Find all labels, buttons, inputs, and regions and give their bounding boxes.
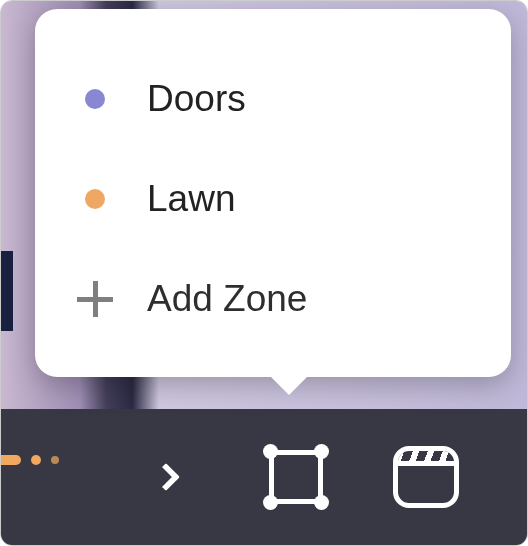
timeline-dots	[1, 455, 59, 465]
zone-color-dot-icon	[85, 89, 105, 109]
plus-icon	[77, 281, 113, 317]
chevron-right-icon	[152, 463, 180, 491]
zone-box-icon	[263, 444, 329, 510]
zones-popover: Doors Lawn Add Zone	[35, 9, 511, 377]
zone-color-dot-icon	[85, 189, 105, 209]
add-zone-label: Add Zone	[147, 278, 307, 320]
zone-label: Doors	[147, 78, 246, 120]
clips-button[interactable]	[361, 409, 491, 545]
add-zone-button[interactable]: Add Zone	[75, 249, 471, 349]
zone-item[interactable]: Doors	[75, 49, 471, 149]
next-button[interactable]	[101, 409, 231, 545]
clapperboard-icon	[393, 446, 459, 508]
zone-item[interactable]: Lawn	[75, 149, 471, 249]
zone-label: Lawn	[147, 178, 235, 220]
toolbar	[1, 409, 527, 545]
zones-button[interactable]	[231, 409, 361, 545]
